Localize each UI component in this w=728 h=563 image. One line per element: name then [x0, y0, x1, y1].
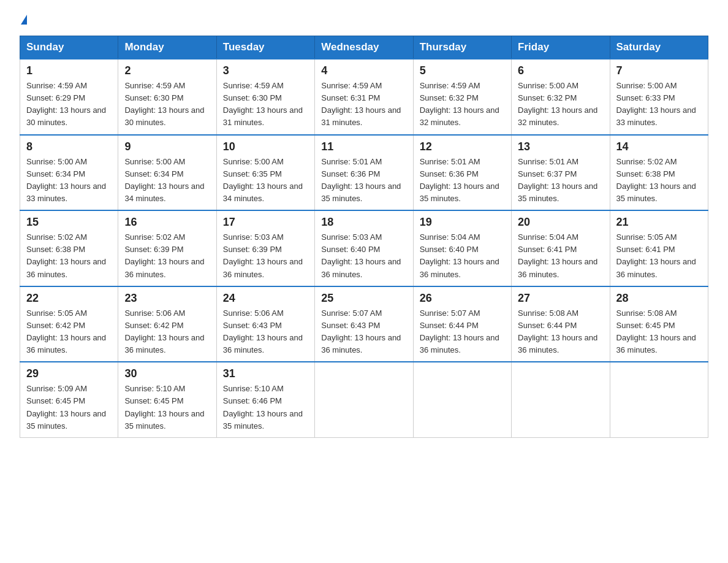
day-info: Sunrise: 4:59 AMSunset: 6:29 PMDaylight:…	[26, 81, 106, 127]
day-info: Sunrise: 5:02 AMSunset: 6:38 PMDaylight:…	[26, 232, 106, 278]
calendar-cell: 21 Sunrise: 5:05 AMSunset: 6:41 PMDaylig…	[610, 210, 708, 286]
calendar-header-friday: Friday	[512, 36, 610, 59]
day-info: Sunrise: 5:00 AMSunset: 6:35 PMDaylight:…	[223, 157, 303, 203]
day-info: Sunrise: 4:59 AMSunset: 6:30 PMDaylight:…	[223, 81, 303, 127]
calendar-cell	[413, 362, 511, 437]
calendar-cell: 3 Sunrise: 4:59 AMSunset: 6:30 PMDayligh…	[216, 59, 314, 135]
calendar-cell: 8 Sunrise: 5:00 AMSunset: 6:34 PMDayligh…	[20, 135, 118, 211]
day-info: Sunrise: 5:00 AMSunset: 6:34 PMDaylight:…	[26, 157, 106, 203]
calendar-cell: 17 Sunrise: 5:03 AMSunset: 6:39 PMDaylig…	[216, 210, 314, 286]
day-number: 25	[321, 292, 406, 305]
day-info: Sunrise: 5:00 AMSunset: 6:33 PMDaylight:…	[616, 81, 696, 127]
calendar-cell: 13 Sunrise: 5:01 AMSunset: 6:37 PMDaylig…	[512, 135, 610, 211]
day-info: Sunrise: 5:04 AMSunset: 6:41 PMDaylight:…	[518, 232, 597, 278]
calendar-cell: 18 Sunrise: 5:03 AMSunset: 6:40 PMDaylig…	[315, 210, 413, 286]
calendar-cell: 9 Sunrise: 5:00 AMSunset: 6:34 PMDayligh…	[118, 135, 216, 211]
calendar-cell: 25 Sunrise: 5:07 AMSunset: 6:43 PMDaylig…	[315, 286, 413, 362]
calendar-cell: 29 Sunrise: 5:09 AMSunset: 6:45 PMDaylig…	[20, 362, 118, 437]
calendar-cell: 27 Sunrise: 5:08 AMSunset: 6:44 PMDaylig…	[512, 286, 610, 362]
calendar-header-thursday: Thursday	[413, 36, 511, 59]
day-info: Sunrise: 5:08 AMSunset: 6:44 PMDaylight:…	[518, 308, 597, 354]
day-number: 12	[420, 140, 505, 153]
day-number: 13	[518, 140, 603, 153]
day-number: 15	[26, 216, 112, 229]
day-info: Sunrise: 5:05 AMSunset: 6:42 PMDaylight:…	[26, 308, 106, 354]
day-number: 17	[223, 216, 308, 229]
calendar-week-row: 22 Sunrise: 5:05 AMSunset: 6:42 PMDaylig…	[20, 286, 708, 362]
day-info: Sunrise: 4:59 AMSunset: 6:32 PMDaylight:…	[420, 81, 499, 127]
day-info: Sunrise: 5:00 AMSunset: 6:34 PMDaylight:…	[124, 157, 204, 203]
calendar-week-row: 15 Sunrise: 5:02 AMSunset: 6:38 PMDaylig…	[20, 210, 708, 286]
calendar-cell: 20 Sunrise: 5:04 AMSunset: 6:41 PMDaylig…	[512, 210, 610, 286]
day-number: 28	[616, 292, 702, 305]
day-number: 29	[26, 367, 112, 380]
calendar-cell: 1 Sunrise: 4:59 AMSunset: 6:29 PMDayligh…	[20, 59, 118, 135]
day-number: 10	[223, 140, 308, 153]
calendar-week-row: 1 Sunrise: 4:59 AMSunset: 6:29 PMDayligh…	[20, 59, 708, 135]
day-number: 6	[518, 64, 603, 77]
day-info: Sunrise: 5:02 AMSunset: 6:39 PMDaylight:…	[124, 232, 204, 278]
day-number: 2	[124, 64, 210, 77]
day-info: Sunrise: 5:05 AMSunset: 6:41 PMDaylight:…	[616, 232, 696, 278]
day-number: 30	[124, 367, 210, 380]
day-info: Sunrise: 5:03 AMSunset: 6:39 PMDaylight:…	[223, 232, 303, 278]
calendar-header-row: SundayMondayTuesdayWednesdayThursdayFrid…	[20, 36, 708, 59]
calendar-cell	[315, 362, 413, 437]
day-number: 9	[124, 140, 210, 153]
day-info: Sunrise: 5:10 AMSunset: 6:46 PMDaylight:…	[223, 384, 303, 430]
calendar-cell: 26 Sunrise: 5:07 AMSunset: 6:44 PMDaylig…	[413, 286, 511, 362]
calendar-cell: 23 Sunrise: 5:06 AMSunset: 6:42 PMDaylig…	[118, 286, 216, 362]
calendar-cell: 28 Sunrise: 5:08 AMSunset: 6:45 PMDaylig…	[610, 286, 708, 362]
day-number: 8	[26, 140, 112, 153]
day-info: Sunrise: 5:09 AMSunset: 6:45 PMDaylight:…	[26, 384, 106, 430]
calendar-table: SundayMondayTuesdayWednesdayThursdayFrid…	[20, 36, 708, 438]
day-number: 16	[124, 216, 210, 229]
calendar-cell: 24 Sunrise: 5:06 AMSunset: 6:43 PMDaylig…	[216, 286, 314, 362]
day-number: 4	[321, 64, 406, 77]
calendar-cell: 22 Sunrise: 5:05 AMSunset: 6:42 PMDaylig…	[20, 286, 118, 362]
calendar-cell: 5 Sunrise: 4:59 AMSunset: 6:32 PMDayligh…	[413, 59, 511, 135]
page-header	[20, 15, 708, 25]
day-number: 11	[321, 140, 406, 153]
calendar-cell: 4 Sunrise: 4:59 AMSunset: 6:31 PMDayligh…	[315, 59, 413, 135]
calendar-cell: 7 Sunrise: 5:00 AMSunset: 6:33 PMDayligh…	[610, 59, 708, 135]
day-info: Sunrise: 4:59 AMSunset: 6:31 PMDaylight:…	[321, 81, 401, 127]
day-info: Sunrise: 5:01 AMSunset: 6:37 PMDaylight:…	[518, 157, 597, 203]
day-info: Sunrise: 5:06 AMSunset: 6:42 PMDaylight:…	[124, 308, 204, 354]
day-info: Sunrise: 5:07 AMSunset: 6:44 PMDaylight:…	[420, 308, 499, 354]
calendar-cell: 15 Sunrise: 5:02 AMSunset: 6:38 PMDaylig…	[20, 210, 118, 286]
calendar-header-sunday: Sunday	[20, 36, 118, 59]
day-info: Sunrise: 4:59 AMSunset: 6:30 PMDaylight:…	[124, 81, 204, 127]
calendar-cell: 2 Sunrise: 4:59 AMSunset: 6:30 PMDayligh…	[118, 59, 216, 135]
day-info: Sunrise: 5:02 AMSunset: 6:38 PMDaylight:…	[616, 157, 696, 203]
day-info: Sunrise: 5:03 AMSunset: 6:40 PMDaylight:…	[321, 232, 401, 278]
calendar-cell: 10 Sunrise: 5:00 AMSunset: 6:35 PMDaylig…	[216, 135, 314, 211]
day-number: 3	[223, 64, 308, 77]
calendar-header-tuesday: Tuesday	[216, 36, 314, 59]
day-info: Sunrise: 5:08 AMSunset: 6:45 PMDaylight:…	[616, 308, 696, 354]
day-number: 24	[223, 292, 308, 305]
calendar-cell: 11 Sunrise: 5:01 AMSunset: 6:36 PMDaylig…	[315, 135, 413, 211]
calendar-cell: 30 Sunrise: 5:10 AMSunset: 6:45 PMDaylig…	[118, 362, 216, 437]
day-number: 27	[518, 292, 603, 305]
day-info: Sunrise: 5:01 AMSunset: 6:36 PMDaylight:…	[321, 157, 401, 203]
day-info: Sunrise: 5:01 AMSunset: 6:36 PMDaylight:…	[420, 157, 499, 203]
day-info: Sunrise: 5:04 AMSunset: 6:40 PMDaylight:…	[420, 232, 499, 278]
calendar-cell: 31 Sunrise: 5:10 AMSunset: 6:46 PMDaylig…	[216, 362, 314, 437]
day-number: 7	[616, 64, 702, 77]
calendar-week-row: 8 Sunrise: 5:00 AMSunset: 6:34 PMDayligh…	[20, 135, 708, 211]
calendar-cell: 19 Sunrise: 5:04 AMSunset: 6:40 PMDaylig…	[413, 210, 511, 286]
day-number: 26	[420, 292, 505, 305]
day-number: 14	[616, 140, 702, 153]
calendar-cell	[512, 362, 610, 437]
day-number: 31	[223, 367, 308, 380]
logo	[20, 15, 27, 25]
logo-triangle-icon	[21, 15, 27, 25]
day-number: 19	[420, 216, 505, 229]
day-number: 23	[124, 292, 210, 305]
day-number: 18	[321, 216, 406, 229]
calendar-cell	[610, 362, 708, 437]
day-number: 20	[518, 216, 603, 229]
calendar-header-monday: Monday	[118, 36, 216, 59]
calendar-header-saturday: Saturday	[610, 36, 708, 59]
